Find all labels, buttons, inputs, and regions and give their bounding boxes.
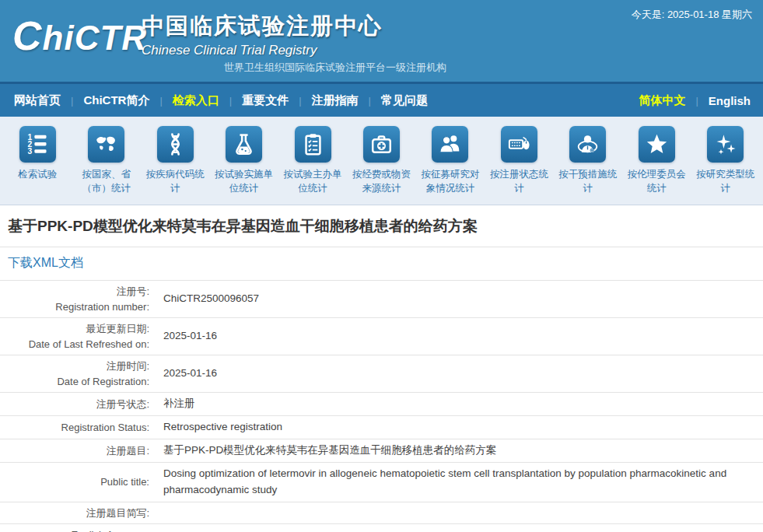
page-title: 基于PPK-PD模型优化来特莫韦在异基因造血干细胞移植患者的给药方案: [0, 205, 763, 247]
row-label: 注册题目:: [0, 440, 156, 462]
icon-item-by-ethics-committee[interactable]: 按伦理委员会统计: [622, 117, 691, 205]
nav-item-registration-guide[interactable]: 注册指南: [312, 93, 359, 108]
who-platform-subtitle: 世界卫生组织国际临床试验注册平台一级注册机构: [224, 61, 446, 75]
flask-icon: [226, 126, 262, 163]
row-label: Registration Status:: [0, 417, 156, 439]
row-value: 2025-01-16: [156, 362, 763, 385]
icon-label: 按伦理委员会统计: [622, 167, 691, 195]
dna-icon: [157, 126, 194, 163]
icon-item-by-funding-source[interactable]: 按经费或物资来源统计: [347, 117, 415, 205]
nav-separator: |: [695, 95, 698, 107]
nav-separator: |: [71, 95, 73, 107]
table-row-registration-number: 注册号: Registration number: ChiCTR25000960…: [0, 281, 763, 318]
doctor-icon: [569, 126, 606, 163]
site-header: 今天是: 2025-01-18 星期六 ChiCTR 中国临床试验注册中心 Ch…: [0, 0, 763, 82]
row-value: ChiCTR2500096057: [156, 288, 763, 310]
icon-label: 按征募研究对象情况统计: [416, 167, 485, 195]
language-switch: 简体中文 | English: [639, 84, 751, 117]
row-value: 基于PPK-PD模型优化来特莫韦在异基因造血干细胞移植患者的给药方案: [156, 439, 763, 462]
icon-item-by-sponsor-unit[interactable]: 按试验主办单位统计: [278, 117, 347, 205]
icon-label: 按试验主办单位统计: [278, 167, 347, 195]
chictr-logo[interactable]: ChiCTR: [12, 12, 147, 59]
site-title-en: Chinese Clinical Trial Registry: [142, 43, 383, 58]
icon-label: 按疾病代码统计: [141, 167, 209, 195]
icon-label: 按注册状态统计: [485, 167, 553, 195]
clipboard-icon: [295, 126, 331, 163]
nav-item-faq[interactable]: 常见问题: [381, 93, 428, 108]
icon-item-search-trials[interactable]: 123 检索试验: [3, 117, 72, 205]
icon-item-by-disease-code[interactable]: 按疾病代码统计: [141, 117, 209, 205]
keyboard-mouse-icon: [501, 126, 537, 163]
row-label: 注册题目简写:: [0, 502, 156, 524]
download-row: 下载XML文档: [0, 247, 763, 281]
nav-item-search-entry[interactable]: 检索入口: [173, 93, 219, 108]
star-icon: [639, 126, 675, 163]
site-title-zh: 中国临床试验注册中心: [142, 11, 383, 42]
medical-bag-icon: [363, 126, 400, 163]
icon-label: 检索试验: [3, 167, 72, 181]
row-value: Retrospective registration: [156, 416, 763, 439]
row-label: 注册号状态:: [0, 394, 156, 415]
row-label: 最近更新日期: Date of Last Refreshed on:: [0, 318, 156, 355]
icon-item-by-intervention[interactable]: 按干预措施统计: [554, 117, 622, 205]
row-value: 2025-01-16: [156, 325, 763, 348]
nav-item-important-docs[interactable]: 重要文件: [242, 93, 289, 108]
people-icon: [432, 126, 468, 163]
main-nav: 网站首页 | ChiCTR简介 | 检索入口 | 重要文件 | 注册指南 | 常…: [0, 82, 763, 117]
nav-separator: |: [369, 95, 371, 107]
row-value: Dosing optimization of letermovir in all…: [156, 463, 763, 502]
nav-item-home[interactable]: 网站首页: [14, 93, 61, 108]
nav-separator: |: [299, 95, 301, 107]
world-map-icon: [88, 126, 124, 163]
sparkles-icon: [707, 126, 744, 163]
numbered-list-icon: 123: [19, 126, 56, 163]
icon-item-by-study-type[interactable]: 按研究类型统计: [691, 117, 760, 205]
table-row-title-acronym-zh: 注册题目简写:: [0, 502, 763, 525]
table-row-registration-status-en: Registration Status: Retrospective regis…: [0, 416, 763, 439]
row-value: 补注册: [156, 393, 763, 415]
nav-separator: |: [229, 95, 232, 107]
site-title-block: 中国临床试验注册中心 Chinese Clinical Trial Regist…: [142, 11, 383, 58]
nav-separator: |: [159, 95, 162, 107]
icon-item-by-registration-status[interactable]: 按注册状态统计: [485, 117, 553, 205]
svg-text:3: 3: [27, 147, 32, 156]
table-row-registration-date: 注册时间: Date of Registration: 2025-01-16: [0, 355, 763, 393]
icon-item-by-recruitment-status[interactable]: 按征募研究对象情况统计: [416, 117, 485, 205]
lang-english[interactable]: English: [709, 94, 751, 107]
row-value: [156, 509, 763, 516]
row-label: 注册时间: Date of Registration:: [0, 355, 156, 392]
lang-simplified-chinese[interactable]: 简体中文: [639, 93, 685, 108]
download-xml-link[interactable]: 下载XML文档: [8, 256, 83, 269]
table-row-registration-number-status: 注册号状态: 补注册: [0, 393, 763, 416]
statistics-icon-bar: 123 检索试验 按国家、省（市）统计 按疾病代码统计 按试验实施单位统计 按试…: [0, 117, 763, 205]
table-row-english-acronym: English Acronym:: [0, 524, 763, 532]
icon-item-by-implementing-unit[interactable]: 按试验实施单位统计: [209, 117, 278, 205]
icon-label: 按试验实施单位统计: [209, 167, 278, 195]
icon-label: 按研究类型统计: [691, 167, 760, 195]
row-label: 注册号: Registration number:: [0, 281, 156, 317]
icon-label: 按国家、省（市）统计: [72, 167, 140, 195]
table-row-last-refreshed: 最近更新日期: Date of Last Refreshed on: 2025-…: [0, 318, 763, 355]
nav-item-about[interactable]: ChiCTR简介: [83, 93, 149, 108]
icon-item-by-country-province[interactable]: 按国家、省（市）统计: [72, 117, 140, 205]
today-date: 今天是: 2025-01-18 星期六: [632, 8, 752, 22]
table-row-public-title-zh: 注册题目: 基于PPK-PD模型优化来特莫韦在异基因造血干细胞移植患者的给药方案: [0, 439, 763, 463]
row-label: English Acronym:: [0, 524, 156, 532]
row-label: Public title:: [0, 471, 156, 493]
icon-label: 按干预措施统计: [554, 167, 622, 195]
table-row-public-title-en: Public title: Dosing optimization of let…: [0, 463, 763, 502]
icon-label: 按经费或物资来源统计: [347, 167, 415, 195]
trial-detail-content: 基于PPK-PD模型优化来特莫韦在异基因造血干细胞移植患者的给药方案 下载XML…: [0, 205, 763, 532]
